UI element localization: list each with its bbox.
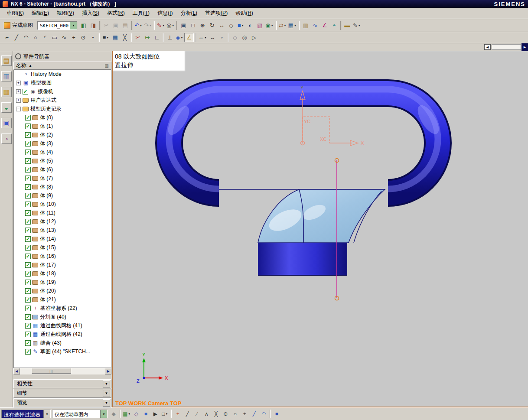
menu-item-3[interactable]: 视图(V) (53, 8, 78, 19)
work-part-icon[interactable]: ■ (272, 410, 281, 419)
menu-item-9[interactable]: 首选项(P) (201, 8, 231, 19)
dropdown-arrow-icon[interactable]: ▼ (294, 24, 297, 27)
feature-checkbox[interactable]: ✓ (25, 184, 31, 190)
auto-constrain-icon[interactable]: ◈▼ (175, 33, 184, 42)
dropdown-arrow-icon[interactable]: ▼ (128, 413, 130, 415)
tree-node[interactable]: +▣模型视图 (14, 78, 111, 87)
feature-checkbox[interactable]: ✓ (25, 236, 31, 242)
display-constraints-icon[interactable]: ∠ (184, 33, 194, 42)
menu-item-6[interactable]: 工具(T) (129, 8, 153, 19)
feature-checkbox[interactable]: ✓ (25, 124, 31, 129)
convert-reference-icon[interactable]: ◇ (230, 33, 240, 42)
feature-checkbox[interactable]: ✓ (25, 150, 31, 155)
tree-item[interactable]: ✓体 (14) (14, 234, 111, 243)
panel-bar-2[interactable]: 细节▼ (13, 389, 111, 398)
tree-item[interactable]: ✓体 (9) (14, 191, 111, 200)
quick-extend-icon[interactable]: ↦ (143, 33, 152, 42)
feature-checkbox[interactable]: ✓ (25, 193, 31, 199)
intersection-snap-icon[interactable]: ╳ (211, 410, 221, 419)
tree-item[interactable]: ✓体 (10) (14, 200, 111, 208)
navigator-column-header[interactable]: 名称 ▲ ▥ (13, 62, 111, 70)
navigator-hscrollbar[interactable]: ◀ ||| ▶ (13, 368, 111, 374)
solid-body-filter-icon[interactable]: ■ (141, 410, 150, 419)
zoom-box-icon[interactable]: ▣ (179, 21, 188, 30)
pan-view-icon[interactable]: ↔ (217, 21, 226, 30)
annotation-icon[interactable]: ✎▼ (352, 21, 362, 30)
tree-item[interactable]: ✓体 (15) (14, 243, 111, 252)
point-on-surface-snap-icon[interactable]: ◠ (259, 410, 268, 419)
feature-checkbox[interactable]: ✓ (25, 314, 31, 320)
sketch-name-dropdown-icon[interactable]: ▼ (70, 22, 77, 29)
hscroll-track[interactable]: ||| (20, 368, 105, 374)
offset-curve-icon[interactable]: ≡▼ (101, 33, 111, 42)
translucency-icon[interactable]: ◐ (245, 21, 255, 30)
dropdown-arrow-icon[interactable]: ▼ (140, 24, 142, 27)
selection-scope-combo[interactable]: 仅在活动草图内 ▼ (52, 410, 108, 418)
dropdown-arrow-icon[interactable]: ▼ (162, 24, 165, 27)
make-corner-icon[interactable]: ∟ (152, 33, 162, 42)
arc-icon[interactable]: ◠ (21, 33, 31, 42)
hscroll-left-icon[interactable]: ◀ (13, 368, 20, 374)
feature-checkbox[interactable]: ✓ (25, 202, 31, 207)
rotate-view-icon[interactable]: ↻ (207, 21, 217, 30)
feature-checkbox[interactable]: ✓ (25, 262, 31, 268)
sketch-curve-icon[interactable]: ✎▼ (156, 21, 166, 30)
undo-icon[interactable]: ↶▼ (134, 21, 143, 30)
tree-item[interactable]: ✓分割面 (40) (14, 313, 111, 321)
tree-item[interactable]: ✓体 (19) (14, 278, 111, 287)
quadrant-point-snap-icon[interactable]: ○ (230, 410, 240, 419)
feature-checkbox[interactable]: ✓ (25, 210, 31, 216)
show-hide-icon[interactable]: ◉▼ (264, 21, 274, 30)
part-navigator-tab[interactable]: ▦ (1, 87, 12, 97)
existing-point-snap-icon[interactable]: + (240, 410, 249, 419)
toolbar-scroll-right-icon[interactable]: ▶ (521, 43, 528, 51)
dropdown-arrow-icon[interactable]: ▼ (284, 24, 287, 27)
toolbar-scroll-track[interactable] (492, 44, 521, 50)
feature-checkbox[interactable]: ✓ (25, 349, 31, 355)
tree-node[interactable]: −模型历史记录 (14, 104, 111, 113)
tree-item[interactable]: ✓体 (11) (14, 208, 111, 217)
tree-item[interactable]: ✓体 (17) (14, 260, 111, 269)
edit-object-display-icon[interactable]: ▧ (255, 21, 264, 30)
copy-icon[interactable]: ▣ (111, 21, 121, 30)
point-icon[interactable]: + (69, 33, 78, 42)
surface-body[interactable] (258, 189, 385, 243)
alternate-solution-icon[interactable]: ◎ (240, 33, 249, 42)
column-filter-icon[interactable]: ▥ (105, 63, 109, 68)
panel-bar-1[interactable]: 相关性▼ (13, 379, 111, 388)
spline-analysis-icon[interactable]: ∿ (310, 21, 320, 30)
deviation-gauge-icon[interactable]: ∠ (320, 21, 329, 30)
snap-point-toggle-icon[interactable]: + (173, 410, 183, 419)
ruler-icon[interactable]: ▬ (342, 21, 352, 30)
move-object-icon[interactable]: ⇄▼ (278, 21, 287, 30)
orient-view-to-sketch-icon[interactable]: ◧ (79, 21, 88, 30)
menu-item-1[interactable]: 草图(K) (3, 8, 28, 19)
feature-checkbox[interactable]: ✓ (25, 141, 31, 147)
feature-checkbox[interactable]: ✓ (25, 254, 31, 259)
expand-icon[interactable]: + (16, 89, 21, 94)
fit-window-icon[interactable]: □ (188, 21, 198, 30)
panel-bar-3[interactable]: 预览▼ (13, 398, 111, 407)
selection-scope-dropdown-icon[interactable]: ▼ (100, 410, 107, 418)
geometric-constraints-icon[interactable]: ⊥ (165, 33, 175, 42)
tree-node[interactable]: ◔History Mode (14, 70, 111, 78)
dropdown-arrow-icon[interactable]: ▼ (181, 36, 183, 39)
panel-expand-icon[interactable]: ▼ (103, 390, 110, 397)
cut-icon[interactable]: ✂ (101, 21, 111, 30)
hscroll-right-icon[interactable]: ▶ (105, 368, 111, 374)
select-arrow-icon[interactable]: ▶ (150, 410, 160, 419)
assembly-navigator-tab[interactable]: ▤ (1, 55, 12, 66)
menu-item-5[interactable]: 格式(R) (103, 8, 129, 19)
feature-checkbox[interactable]: ✓ (25, 176, 31, 181)
dropdown-arrow-icon[interactable]: ▼ (241, 24, 244, 27)
menu-item-10[interactable]: 帮助(H) (231, 8, 257, 19)
tree-item[interactable]: ✓体 (12) (14, 217, 111, 226)
dropdown-arrow-icon[interactable]: ▼ (106, 36, 109, 39)
feature-checkbox[interactable]: ✓ (23, 89, 28, 94)
transform-icon[interactable]: ▦▼ (287, 21, 297, 30)
cylinder-body[interactable] (258, 243, 347, 275)
graphics-area[interactable]: 08 以大致如图位 置拉伸 (113, 51, 528, 407)
tree-item[interactable]: ✓体 (20) (14, 287, 111, 295)
mid-point-snap-icon[interactable]: ∕ (192, 410, 202, 419)
feature-checkbox[interactable]: ✓ (25, 323, 31, 329)
